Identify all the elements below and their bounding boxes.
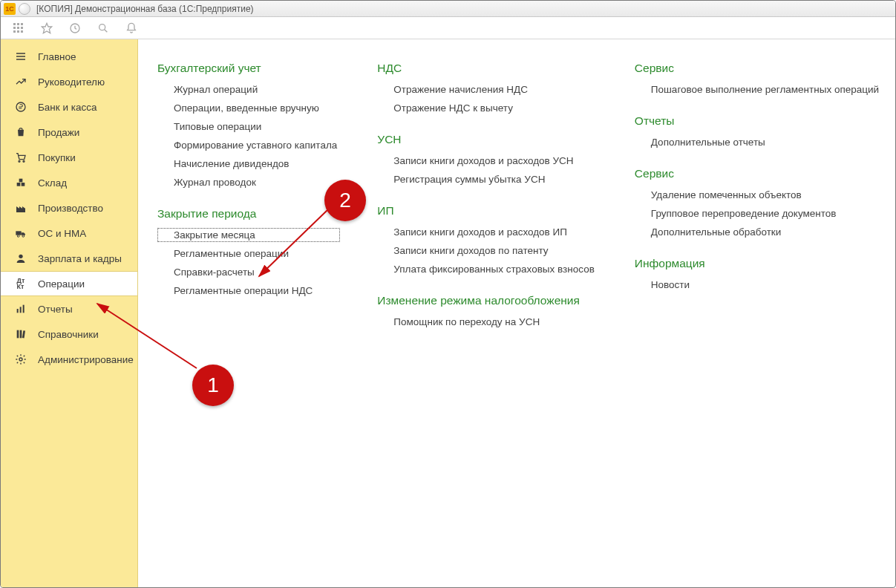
sidebar-item-label: Зарплата и кадры <box>38 253 122 264</box>
svg-line-12 <box>105 29 108 32</box>
menu-link[interactable]: Формирование уставного капитала <box>157 138 340 152</box>
content-column-1: Бухгалтерский учетЖурнал операцийОпераци… <box>157 62 340 298</box>
content-column-3: СервисПошаговое выполнение регламентных … <box>635 62 882 292</box>
svg-rect-3 <box>13 27 16 29</box>
svg-point-32 <box>19 358 22 361</box>
svg-marker-9 <box>42 23 51 33</box>
menu-link[interactable]: Регламентные операции <box>157 246 340 261</box>
menu-link[interactable]: Начисление дивидендов <box>157 157 340 171</box>
menu-link[interactable]: Журнал операций <box>157 82 340 97</box>
svg-rect-5 <box>21 27 23 29</box>
svg-rect-26 <box>17 309 19 313</box>
svg-rect-8 <box>21 30 23 33</box>
svg-rect-19 <box>17 183 21 186</box>
sidebar-item-label: Руководителю <box>38 76 105 88</box>
menu-link[interactable]: Журнал проводок <box>157 175 340 189</box>
history-icon[interactable] <box>68 21 82 36</box>
search-icon[interactable] <box>96 21 111 36</box>
sidebar-item[interactable]: Администрирование <box>1 347 137 372</box>
person-icon <box>14 252 27 265</box>
sidebar-item-label: Операции <box>38 278 85 290</box>
sidebar-item[interactable]: Склад <box>1 170 137 195</box>
svg-rect-22 <box>16 231 21 235</box>
dtkt-icon: ДтКт <box>14 277 27 290</box>
menu-link[interactable]: Записи книги доходов и расходов ИП <box>377 225 598 239</box>
sidebar-item-label: Продажи <box>38 127 79 138</box>
menu-link[interactable]: Пошаговое выполнение регламентных операц… <box>635 82 882 97</box>
menu-link[interactable]: Регистрация суммы убытка УСН <box>377 172 598 186</box>
sidebar-item[interactable]: Отчеты <box>1 296 137 321</box>
menu-link[interactable]: Групповое перепроведение документов <box>635 206 882 220</box>
menu-link[interactable]: Записи книги доходов по патенту <box>377 244 598 258</box>
sidebar-item-label: Покупки <box>38 152 76 163</box>
svg-rect-2 <box>21 23 23 25</box>
menu-link[interactable]: Справки-расчеты <box>157 265 340 279</box>
svg-point-24 <box>22 235 24 238</box>
menu-link[interactable]: Помощник по переходу на УСН <box>377 315 598 329</box>
section-title: Изменение режима налогообложения <box>377 294 598 307</box>
annotation-badge-1: 1 <box>192 365 234 406</box>
ruble-icon <box>14 100 27 114</box>
gear-icon <box>14 353 27 366</box>
svg-point-23 <box>17 235 19 238</box>
svg-point-18 <box>23 160 24 162</box>
annotation-badge-2: 2 <box>324 180 366 221</box>
sidebar-item-label: Администрирование <box>38 354 134 365</box>
sidebar-item[interactable]: Руководителю <box>1 69 137 94</box>
app-icon: 1C <box>4 3 16 15</box>
sidebar-item[interactable]: Продажи <box>1 120 137 145</box>
factory-icon <box>14 201 27 215</box>
sidebar-item-label: Производство <box>38 203 103 214</box>
sidebar-item-label: Справочники <box>38 329 99 340</box>
menu-link[interactable]: Операции, введенные вручную <box>157 101 340 115</box>
svg-rect-7 <box>17 30 19 33</box>
menu-link[interactable]: Дополнительные обработки <box>635 225 882 239</box>
menu-link[interactable]: Регламентные операции НДС <box>157 284 340 298</box>
window-title: [КОПИЯ] Демонстрационная база (1С:Предпр… <box>36 4 254 14</box>
svg-rect-27 <box>20 307 22 313</box>
menu-link[interactable]: Отражение НДС к вычету <box>377 101 598 115</box>
sidebar-item-label: ОС и НМА <box>38 228 86 239</box>
apps-grid-icon[interactable] <box>11 21 26 36</box>
menu-link[interactable]: Отражение начисления НДС <box>377 82 598 97</box>
section-title: Бухгалтерский учет <box>157 62 340 75</box>
svg-rect-29 <box>17 330 19 339</box>
svg-rect-31 <box>22 330 25 338</box>
svg-rect-4 <box>17 27 19 29</box>
svg-point-17 <box>19 160 20 162</box>
svg-rect-21 <box>19 179 23 183</box>
svg-rect-20 <box>22 183 25 186</box>
sidebar: ГлавноеРуководителюБанк и кассаПродажиПо… <box>1 39 138 587</box>
menu-link[interactable]: Удаление помеченных объектов <box>635 188 882 202</box>
sidebar-item-label: Главное <box>38 51 76 62</box>
menu-link[interactable]: Новости <box>635 278 882 292</box>
sidebar-item[interactable]: Справочники <box>1 321 137 347</box>
svg-rect-1 <box>17 23 19 25</box>
section-title: НДС <box>377 62 598 75</box>
sidebar-item[interactable]: ДтКтОперации <box>1 271 137 296</box>
sidebar-item[interactable]: Зарплата и кадры <box>1 246 137 271</box>
bell-icon[interactable] <box>124 21 139 36</box>
sidebar-item-label: Склад <box>38 177 67 189</box>
sidebar-item[interactable]: ОС и НМА <box>1 220 137 246</box>
sidebar-item[interactable]: Покупки <box>1 145 137 170</box>
sidebar-item[interactable]: Главное <box>1 44 137 69</box>
sidebar-item-label: Банк и касса <box>38 102 97 113</box>
sidebar-item[interactable]: Банк и касса <box>1 94 137 120</box>
svg-point-11 <box>99 24 105 30</box>
menu-link[interactable]: Записи книги доходов и расходов УСН <box>377 154 598 168</box>
section-title: Сервис <box>635 62 882 75</box>
star-icon[interactable] <box>39 21 54 36</box>
titlebar-round-button[interactable] <box>19 3 30 15</box>
menu-link[interactable]: Типовые операции <box>157 120 340 134</box>
menu-link[interactable]: Закрытие месяца <box>157 228 340 242</box>
section-title: Сервис <box>635 167 882 180</box>
sidebar-item[interactable]: Производство <box>1 195 137 220</box>
menu-link[interactable]: Уплата фиксированных страховых взносов <box>377 262 598 276</box>
section-title: Информация <box>635 257 882 270</box>
trend-icon <box>14 75 27 88</box>
content-area: Бухгалтерский учетЖурнал операцийОпераци… <box>138 39 895 587</box>
menu-icon <box>14 50 27 63</box>
menu-link[interactable]: Дополнительные отчеты <box>635 135 882 149</box>
truck-icon <box>14 226 27 240</box>
